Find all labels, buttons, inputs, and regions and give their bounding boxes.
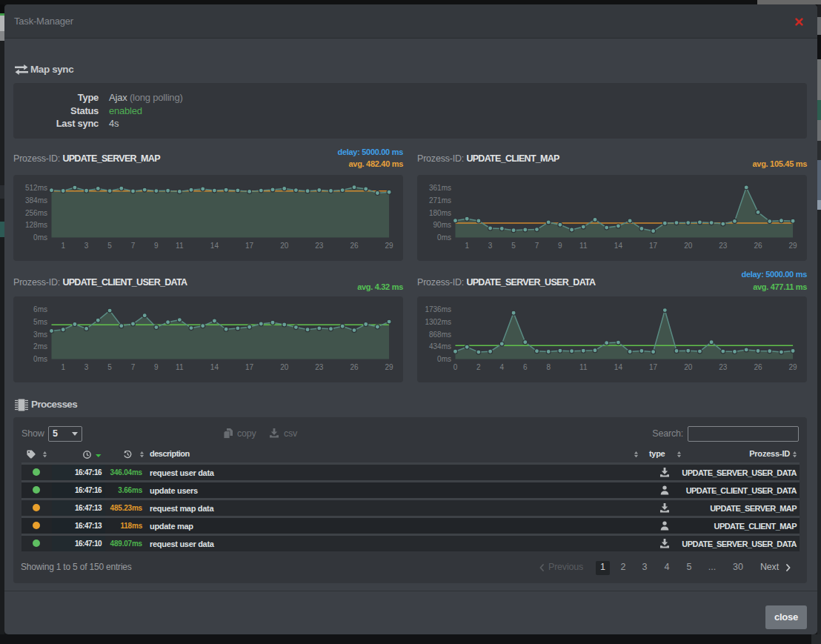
svg-text:2ms: 2ms	[33, 342, 47, 351]
svg-text:14: 14	[614, 242, 623, 250]
svg-text:23: 23	[719, 363, 728, 371]
svg-text:0ms: 0ms	[437, 233, 451, 242]
svg-text:90ms: 90ms	[433, 221, 451, 229]
svg-text:29: 29	[789, 363, 798, 371]
svg-text:3: 3	[84, 363, 89, 371]
svg-text:512ms: 512ms	[25, 184, 47, 192]
svg-text:20: 20	[684, 242, 693, 250]
svg-text:5: 5	[107, 363, 112, 371]
svg-text:23: 23	[315, 242, 324, 250]
svg-text:1736ms: 1736ms	[425, 305, 451, 313]
svg-text:9: 9	[558, 242, 562, 250]
svg-text:6ms: 6ms	[33, 305, 47, 313]
svg-text:17: 17	[649, 242, 658, 250]
svg-text:128ms: 128ms	[25, 221, 47, 229]
svg-text:14: 14	[210, 242, 219, 250]
svg-text:26: 26	[754, 363, 762, 371]
svg-text:11: 11	[579, 242, 588, 250]
svg-text:23: 23	[315, 363, 324, 371]
svg-text:1: 1	[61, 242, 65, 250]
svg-text:14: 14	[210, 363, 219, 371]
svg-text:7: 7	[131, 242, 136, 250]
svg-text:361ms: 361ms	[429, 184, 451, 192]
svg-text:8: 8	[546, 363, 551, 371]
svg-text:26: 26	[350, 242, 359, 250]
svg-text:29: 29	[789, 242, 798, 250]
svg-text:29: 29	[385, 363, 394, 371]
svg-text:9: 9	[154, 363, 159, 371]
svg-text:0: 0	[453, 363, 458, 371]
svg-text:20: 20	[280, 363, 289, 371]
svg-text:23: 23	[719, 242, 728, 250]
svg-text:20: 20	[684, 363, 693, 371]
svg-text:1: 1	[465, 242, 469, 250]
svg-text:6: 6	[523, 363, 528, 371]
svg-text:9: 9	[154, 242, 159, 250]
svg-text:4: 4	[500, 363, 505, 371]
svg-text:11: 11	[579, 363, 588, 371]
svg-text:17: 17	[245, 242, 254, 250]
svg-text:0ms: 0ms	[33, 355, 47, 363]
svg-text:20: 20	[280, 242, 289, 250]
svg-text:180ms: 180ms	[429, 209, 451, 217]
svg-text:3: 3	[488, 242, 493, 250]
svg-text:14: 14	[614, 363, 623, 371]
svg-text:3ms: 3ms	[33, 331, 47, 339]
svg-text:3: 3	[84, 242, 89, 250]
svg-text:1: 1	[61, 363, 65, 371]
svg-text:5: 5	[511, 242, 516, 250]
svg-text:271ms: 271ms	[429, 196, 451, 205]
svg-text:5: 5	[107, 242, 112, 250]
svg-text:0ms: 0ms	[33, 233, 47, 242]
svg-text:17: 17	[245, 363, 254, 371]
svg-text:256ms: 256ms	[25, 209, 47, 217]
svg-text:7: 7	[131, 363, 136, 371]
svg-text:7: 7	[535, 242, 539, 250]
svg-text:0ms: 0ms	[437, 355, 451, 363]
svg-text:384ms: 384ms	[25, 196, 47, 205]
svg-text:5ms: 5ms	[33, 318, 47, 326]
svg-text:17: 17	[649, 363, 658, 371]
svg-text:11: 11	[176, 363, 184, 371]
svg-text:434ms: 434ms	[429, 342, 451, 351]
svg-text:26: 26	[754, 242, 762, 250]
svg-text:29: 29	[385, 242, 394, 250]
svg-text:11: 11	[176, 242, 184, 250]
svg-text:26: 26	[350, 363, 359, 371]
svg-text:1302ms: 1302ms	[425, 318, 451, 326]
svg-text:2: 2	[476, 363, 481, 371]
svg-text:868ms: 868ms	[429, 331, 451, 339]
